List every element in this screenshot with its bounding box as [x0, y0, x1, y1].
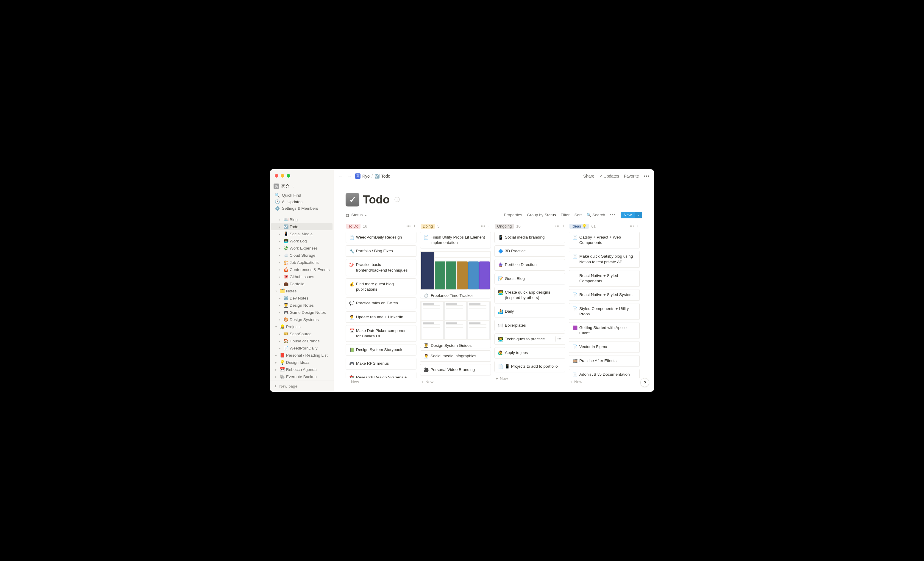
board-card[interactable]: 💰Find more guest blog publications — [346, 278, 417, 295]
close-window-button[interactable] — [275, 174, 278, 178]
board-card[interactable]: 🎞️Practice After Effects — [569, 355, 640, 367]
card-more-button[interactable]: ••• — [555, 336, 563, 343]
board-card[interactable]: 👨‍💼Social media infographics — [420, 350, 491, 362]
page-more-button[interactable]: ••• — [644, 174, 650, 178]
board-card[interactable]: 💯Practice basic frontend/backend techniq… — [346, 259, 417, 276]
filter-button[interactable]: Filter — [561, 213, 570, 217]
workspace-switcher[interactable]: 亮 亮介 ⌄ — [270, 183, 334, 192]
column-add-button[interactable]: + — [636, 223, 639, 229]
sidebar-item-design-notes[interactable]: ▸👨‍🎓Design Notes — [271, 302, 333, 309]
column-status-tag[interactable]: Ongoing — [495, 224, 514, 229]
column-status-tag[interactable]: To Do — [346, 224, 360, 229]
board-card[interactable]: 👨‍🎓Design System Guides — [420, 301, 491, 348]
sidebar-item-blog[interactable]: ▸📖Blog — [271, 216, 333, 223]
column-add-new[interactable]: +New — [495, 374, 565, 383]
disclosure-triangle-icon[interactable]: ▸ — [277, 218, 282, 221]
disclosure-triangle-icon[interactable]: ▸ — [274, 375, 278, 378]
fullscreen-window-button[interactable] — [286, 174, 290, 178]
sidebar-item-social-media[interactable]: ▸📱Social Media — [271, 230, 333, 237]
sidebar-item-design-ideas[interactable]: ▸💡Design Ideas — [271, 359, 333, 366]
disclosure-triangle-icon[interactable]: ▸ — [277, 340, 282, 343]
column-add-button[interactable]: + — [488, 223, 490, 229]
page-title[interactable]: Todo — [363, 193, 390, 206]
column-more-button[interactable]: ••• — [555, 224, 560, 229]
board-card[interactable]: 📱Social media branding — [495, 232, 565, 243]
sidebar-item-cloud-storage[interactable]: ▸☁️Cloud Storage — [271, 252, 333, 259]
all-updates[interactable]: 🕑 All Updates — [271, 198, 333, 205]
board-card[interactable]: ⏱️Freelance Time Tracker — [420, 251, 491, 298]
breadcrumb-workspace[interactable]: Ryo — [362, 174, 370, 178]
board-card[interactable]: 🟪Getting Started with Apollo Client — [569, 322, 640, 339]
column-add-button[interactable]: + — [562, 223, 565, 229]
column-add-button[interactable]: + — [413, 223, 416, 229]
disclosure-triangle-icon[interactable]: ▸ — [277, 239, 282, 243]
sidebar-item-job-applications[interactable]: ▸🏗️Job Applications — [271, 259, 333, 266]
column-status-tag[interactable]: Ideas 💡 — [570, 224, 589, 229]
sidebar-item-work-log[interactable]: ▸👨‍💻Work Log — [271, 237, 333, 244]
board-card[interactable]: 📄AdonisJS v5 Documentation Improvements — [569, 369, 640, 378]
favorite-button[interactable]: Favorite — [624, 174, 639, 178]
disclosure-triangle-icon[interactable]: ▸ — [277, 282, 282, 286]
board-card[interactable]: 📚Research Design Systems + Write Article… — [346, 372, 417, 378]
board-card[interactable]: 🔷3D Practice — [495, 245, 565, 257]
db-more-button[interactable]: ••• — [610, 213, 616, 217]
board-card[interactable]: 📄Make quick Gatsby blog using Notion to … — [569, 251, 640, 268]
sidebar-item-game-design-notes[interactable]: ▸🎮Game Design Notes — [271, 309, 333, 316]
disclosure-triangle-icon[interactable]: ▸ — [277, 261, 282, 264]
board-card[interactable]: 🎮Make RPG menus — [346, 358, 417, 369]
disclosure-triangle-icon[interactable]: ▸ — [277, 332, 282, 335]
sidebar-item-personal-reading-list[interactable]: ▸📕Personal / Reading List — [271, 352, 333, 359]
board-card[interactable]: 👨‍💻Create quick app designs (inspired by… — [495, 287, 565, 304]
quick-find[interactable]: 🔍 Quick Find — [271, 192, 333, 198]
nav-forward-button[interactable]: → — [346, 173, 352, 179]
column-add-new[interactable]: +New — [346, 378, 417, 386]
disclosure-triangle-icon[interactable]: ▸ — [277, 318, 282, 321]
search-button[interactable]: 🔍 Search — [586, 213, 605, 217]
disclosure-triangle-icon[interactable]: ▸ — [277, 296, 282, 300]
breadcrumb-page[interactable]: Todo — [381, 174, 390, 178]
board-card[interactable]: 🔮Portfolio Direction — [495, 259, 565, 271]
sidebar-item-todo[interactable]: ▸☑️Todo — [271, 223, 333, 230]
sidebar-item-conferences-events[interactable]: ▸🎪Conferences & Events — [271, 266, 333, 273]
updates-button[interactable]: ✓ Updates — [599, 174, 619, 178]
board-card[interactable]: 💬Practice talks on Twitch — [346, 298, 417, 309]
share-button[interactable]: Share — [583, 174, 594, 178]
group-by-button[interactable]: Group by Status — [527, 213, 556, 217]
disclosure-triangle-icon[interactable]: ▸ — [277, 232, 282, 236]
column-more-button[interactable]: ••• — [630, 224, 634, 229]
disclosure-triangle-icon[interactable]: ▾ — [274, 289, 278, 293]
board-card[interactable]: 👨‍💻Techniques to practice••• — [495, 334, 565, 345]
sidebar-item-portfolio[interactable]: ▸💼Portfolio — [271, 280, 333, 287]
board-card[interactable]: 📝Guest Blog — [495, 273, 565, 284]
new-dropdown-button[interactable]: ⌄ — [634, 212, 642, 218]
sidebar-item-dev-notes[interactable]: ▸⚙️Dev Notes — [271, 295, 333, 302]
sidebar-item-weedporndaily[interactable]: ▸📄WeedPornDaily — [271, 344, 333, 352]
board-card[interactable]: React Native + Styled Components — [569, 270, 640, 287]
board-card[interactable]: 📄Vector in Figma — [569, 341, 640, 353]
properties-button[interactable]: Properties — [504, 213, 522, 217]
column-status-tag[interactable]: Doing — [421, 224, 435, 229]
board-card[interactable]: 📄Finish Utility Props Lit Element implem… — [420, 232, 491, 248]
disclosure-triangle-icon[interactable]: ▸ — [274, 361, 278, 364]
disclosure-triangle-icon[interactable]: ▸ — [277, 311, 282, 314]
board-card[interactable]: 📄React Native + Styled System — [569, 289, 640, 301]
sidebar-item-design-systems[interactable]: ▸🎨Design Systems — [271, 316, 333, 323]
view-switcher[interactable]: ▦ Status ⌄ — [346, 213, 367, 217]
board-card[interactable]: 📗Design System Storybook — [346, 344, 417, 356]
disclosure-triangle-icon[interactable]: ▸ — [277, 275, 282, 278]
page-icon[interactable]: ✓ — [346, 193, 359, 206]
disclosure-triangle-icon[interactable]: ▸ — [277, 347, 282, 350]
sidebar-item-github-issues[interactable]: ▸🐙Github Issues — [271, 273, 333, 280]
column-add-new[interactable]: +New — [569, 378, 640, 386]
settings-members[interactable]: ⚙️ Settings & Members — [271, 205, 333, 211]
board-card[interactable]: 🎥Personal Video Branding — [420, 364, 491, 375]
help-button[interactable]: ? — [640, 378, 649, 387]
board-card[interactable]: 👨‍💼Update resume + LinkedIn — [346, 311, 417, 323]
sidebar-item-work-expenses[interactable]: ▸💸Work Expenses — [271, 244, 333, 252]
new-record-button[interactable]: New ⌄ — [621, 212, 642, 218]
disclosure-triangle-icon[interactable]: ▸ — [274, 368, 278, 371]
column-add-new[interactable]: +New — [420, 378, 491, 386]
minimize-window-button[interactable] — [281, 174, 284, 178]
sidebar-item-projects[interactable]: ▾👷Projects — [271, 323, 333, 330]
disclosure-triangle-icon[interactable]: ▸ — [274, 354, 278, 357]
